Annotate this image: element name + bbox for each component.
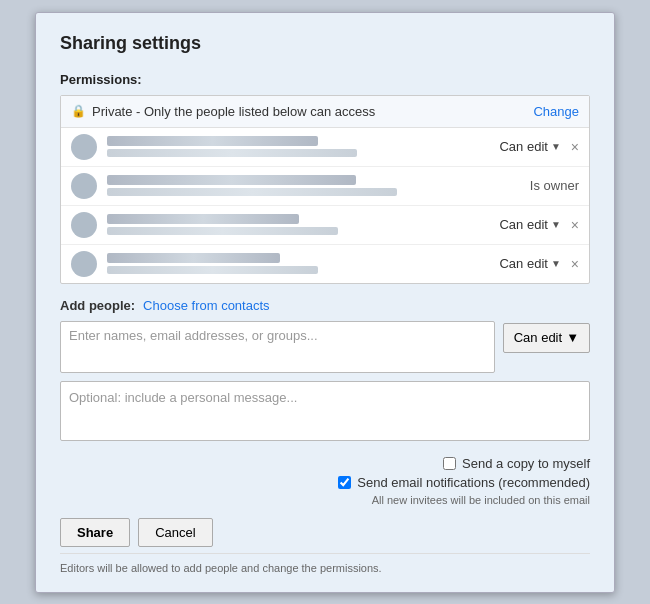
permission-dropdown[interactable]: Can edit ▼: [499, 256, 560, 271]
cancel-button[interactable]: Cancel: [138, 518, 212, 547]
personal-message-input[interactable]: [60, 381, 590, 441]
avatar: [71, 212, 97, 238]
permission-control: Can edit ▼ ×: [499, 139, 579, 155]
permissions-label: Permissions:: [60, 72, 590, 87]
lock-icon: 🔒: [71, 104, 86, 118]
names-email-input[interactable]: [60, 321, 495, 373]
person-email: [107, 266, 318, 274]
add-people-label: Add people:: [60, 298, 135, 313]
send-copy-checkbox[interactable]: [443, 457, 456, 470]
person-info: [107, 214, 491, 235]
permission-select-button[interactable]: Can edit ▼: [503, 323, 590, 353]
remove-person-button[interactable]: ×: [571, 139, 579, 155]
avatar: [71, 173, 97, 199]
remove-person-button[interactable]: ×: [571, 217, 579, 233]
dialog-title: Sharing settings: [60, 33, 590, 54]
permission-select-label: Can edit: [514, 330, 562, 345]
permission-label: Can edit: [499, 217, 547, 232]
email-note: All new invitees will be included on thi…: [372, 494, 590, 506]
chevron-down-icon: ▼: [566, 330, 579, 345]
person-info: [107, 175, 522, 196]
person-name: [107, 136, 318, 146]
person-name: [107, 253, 280, 263]
sharing-settings-dialog: Sharing settings Permissions: 🔒 Private …: [35, 12, 615, 593]
share-button[interactable]: Share: [60, 518, 130, 547]
privacy-text: Private - Only the people listed below c…: [92, 104, 533, 119]
send-email-checkbox[interactable]: [338, 476, 351, 489]
options-area: Send a copy to myself Send email notific…: [60, 456, 590, 506]
permissions-box: 🔒 Private - Only the people listed below…: [60, 95, 590, 284]
avatar: [71, 134, 97, 160]
permission-control: Can edit ▼ ×: [499, 217, 579, 233]
send-email-label: Send email notifications (recommended): [357, 475, 590, 490]
send-email-row: Send email notifications (recommended): [338, 475, 590, 490]
person-name: [107, 214, 299, 224]
add-people-input-row: Can edit ▼: [60, 321, 590, 373]
person-email: [107, 149, 357, 157]
send-copy-row: Send a copy to myself: [443, 456, 590, 471]
add-people-row: Add people: Choose from contacts: [60, 298, 590, 313]
person-email: [107, 227, 338, 235]
person-name: [107, 175, 356, 185]
overlay: Sharing settings Permissions: 🔒 Private …: [0, 0, 650, 604]
action-row: Share Cancel: [60, 518, 590, 547]
choose-contacts-link[interactable]: Choose from contacts: [143, 298, 269, 313]
owner-label: Is owner: [530, 178, 579, 193]
person-row: Can edit ▼ ×: [61, 245, 589, 283]
avatar: [71, 251, 97, 277]
permission-dropdown[interactable]: Can edit ▼: [499, 139, 560, 154]
send-copy-label: Send a copy to myself: [462, 456, 590, 471]
person-info: [107, 253, 491, 274]
permission-dropdown[interactable]: Can edit ▼: [499, 217, 560, 232]
buttons-left: Share Cancel: [60, 518, 213, 547]
person-row: Can edit ▼ ×: [61, 128, 589, 167]
privacy-row: 🔒 Private - Only the people listed below…: [61, 96, 589, 128]
editors-note: Editors will be allowed to add people an…: [60, 553, 590, 574]
person-info: [107, 136, 491, 157]
change-link[interactable]: Change: [533, 104, 579, 119]
chevron-down-icon: ▼: [551, 141, 561, 152]
permission-label: Can edit: [499, 256, 547, 271]
permission-label: Can edit: [499, 139, 547, 154]
person-email: [107, 188, 397, 196]
chevron-down-icon: ▼: [551, 258, 561, 269]
permission-control: Is owner: [530, 178, 579, 193]
person-row: Can edit ▼ ×: [61, 206, 589, 245]
permission-control: Can edit ▼ ×: [499, 256, 579, 272]
remove-person-button[interactable]: ×: [571, 256, 579, 272]
chevron-down-icon: ▼: [551, 219, 561, 230]
person-row: Is owner: [61, 167, 589, 206]
